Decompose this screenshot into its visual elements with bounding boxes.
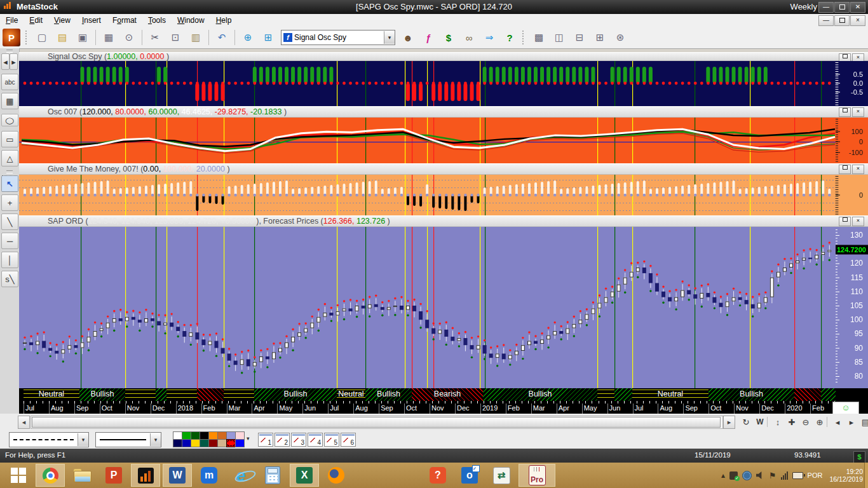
color-swatch[interactable]: [208, 439, 218, 447]
panel-close-button[interactable]: ×: [852, 165, 864, 174]
layout-button-1[interactable]: 1: [258, 433, 273, 447]
language-indicator[interactable]: POR: [808, 471, 823, 479]
taskbar-calculator[interactable]: [258, 464, 287, 487]
tile-vertical-icon[interactable]: ◫: [550, 29, 568, 46]
indicator-dropdown-arrow[interactable]: ▾: [384, 31, 395, 44]
flag-icon[interactable]: ⚑: [769, 471, 776, 480]
minimize-button[interactable]: —: [818, 2, 834, 13]
layout-button-4[interactable]: 4: [308, 433, 323, 447]
periodicity-weekly-button[interactable]: W: [753, 416, 767, 430]
line-weight-dropdown[interactable]: ▾: [95, 432, 161, 447]
child-close-button[interactable]: ×: [850, 15, 865, 26]
panel-close-button[interactable]: ×: [852, 107, 864, 117]
system-tester-icon[interactable]: $: [440, 29, 458, 46]
color-swatch[interactable]: [200, 439, 209, 447]
rectangle-tool[interactable]: ▭: [1, 131, 18, 147]
child-minimize-button[interactable]: —: [818, 15, 834, 26]
horizontal-scrollbar[interactable]: [31, 416, 723, 429]
horizontal-line-tool[interactable]: ─: [1, 233, 18, 249]
color-swatch[interactable]: [191, 439, 200, 447]
color-swatch[interactable]: [226, 439, 236, 447]
print-icon[interactable]: ▦: [100, 29, 118, 46]
tile-horizontal-icon[interactable]: ⊟: [571, 29, 588, 46]
taskbar-outlook[interactable]: o✓: [455, 464, 484, 487]
scrollbar-right-arrow[interactable]: ▸: [723, 416, 735, 429]
crosshair-tool[interactable]: +: [1, 194, 18, 211]
menu-help[interactable]: Help: [210, 14, 238, 25]
line-style-dropdown[interactable]: ▾: [9, 432, 89, 447]
vertical-line-tool[interactable]: │: [1, 252, 18, 268]
taskbar-help-viewer[interactable]: ?: [423, 464, 452, 487]
expert-advisor-icon[interactable]: ☻: [399, 29, 417, 46]
grid-tool[interactable]: ▦: [1, 93, 18, 109]
indicator-builder-icon[interactable]: ƒ: [419, 29, 437, 46]
paste-icon[interactable]: ▥: [187, 29, 205, 46]
scroll-right[interactable]: ▸: [10, 53, 18, 70]
price-chart-canvas[interactable]: [19, 227, 868, 388]
restore-button[interactable]: [834, 2, 850, 13]
panel-restore-button[interactable]: [839, 165, 851, 174]
line-style-dropdown-arrow[interactable]: ▾: [78, 433, 88, 446]
layout-button-3[interactable]: 3: [291, 433, 306, 447]
taskbar-internet-explorer[interactable]: e: [226, 464, 255, 487]
cut-icon[interactable]: ✂: [146, 29, 164, 46]
save-icon[interactable]: ▣: [74, 29, 92, 46]
menu-tools[interactable]: Tools: [142, 14, 172, 25]
taskbar-powerpoint[interactable]: P: [99, 464, 128, 487]
refresh-button[interactable]: ↻: [739, 416, 753, 430]
taskbar-arrows-app[interactable]: ⇄: [487, 464, 516, 487]
options-icon[interactable]: ⊛: [611, 29, 629, 46]
ellipse-tool[interactable]: ◯: [1, 114, 18, 126]
scrollbar-left-arrow[interactable]: ◂: [18, 416, 30, 429]
pan-button[interactable]: ✚: [785, 416, 799, 430]
menu-insert[interactable]: Insert: [76, 14, 107, 25]
pointer-tool[interactable]: ↖: [1, 175, 18, 192]
tray-expand-icon[interactable]: ▴: [721, 471, 725, 480]
help-pointer-icon[interactable]: ?: [501, 29, 519, 46]
palette-dropdown-arrow[interactable]: ▾: [247, 435, 250, 442]
triangle-tool[interactable]: △: [1, 150, 18, 166]
semilog-tool[interactable]: s╲: [1, 271, 18, 287]
taskbar-start[interactable]: [4, 464, 33, 487]
cascade-windows-icon[interactable]: ▩: [530, 29, 548, 46]
vertical-scale-button[interactable]: ↕: [771, 416, 785, 430]
taskbar-firefox[interactable]: [322, 464, 351, 487]
menu-view[interactable]: View: [48, 14, 76, 25]
color-swatch[interactable]: [235, 439, 245, 447]
taskbar-excel[interactable]: X: [290, 464, 319, 487]
trendline-tool[interactable]: ╲: [1, 214, 18, 230]
crosshair-icon[interactable]: ⊕: [239, 29, 257, 46]
text-tool[interactable]: abc: [1, 74, 18, 90]
indicator-dropdown[interactable]: fSignal Osc Spy▾: [281, 30, 395, 45]
scrollbar-thumb[interactable]: [32, 417, 721, 428]
panel-restore-button[interactable]: [839, 107, 851, 117]
close-button[interactable]: ✕: [850, 2, 865, 13]
usb-icon[interactable]: ✓: [729, 471, 738, 480]
color-swatch[interactable]: [182, 439, 191, 447]
taskbar-metastock[interactable]: [131, 464, 160, 487]
scroll-left[interactable]: ◂: [1, 53, 10, 70]
copy-icon[interactable]: ⊡: [166, 29, 184, 46]
zoom-box-icon[interactable]: ⊞: [259, 29, 277, 46]
taskbar-chrome[interactable]: [36, 464, 65, 487]
scroll-prev-button[interactable]: ◂: [831, 416, 844, 430]
panel-restore-button[interactable]: [839, 217, 851, 226]
taskbar-maxthon[interactable]: m: [194, 464, 224, 487]
print-preview-icon[interactable]: ⊙: [120, 29, 138, 46]
open-icon[interactable]: ▤: [53, 29, 71, 46]
signal-chart-canvas[interactable]: [19, 61, 868, 106]
new-chart-icon[interactable]: ▢: [33, 29, 51, 46]
explorer-icon[interactable]: ∞: [460, 29, 478, 46]
zoom-out-button[interactable]: ⊖: [799, 416, 813, 430]
volume-icon[interactable]: [756, 471, 764, 479]
signal-strength-icon[interactable]: [781, 471, 788, 480]
downloader-icon[interactable]: ⇒: [480, 29, 498, 46]
money-chart-canvas[interactable]: [19, 175, 868, 215]
panel-close-button[interactable]: ×: [852, 217, 864, 226]
battery-icon[interactable]: [792, 472, 803, 479]
taskbar-file-explorer[interactable]: [67, 464, 97, 487]
network-icon[interactable]: [742, 471, 752, 480]
child-restore-button[interactable]: [834, 15, 850, 26]
taskbar-metastock-pro[interactable]: Pro: [519, 464, 555, 487]
menu-file[interactable]: File: [0, 14, 24, 25]
